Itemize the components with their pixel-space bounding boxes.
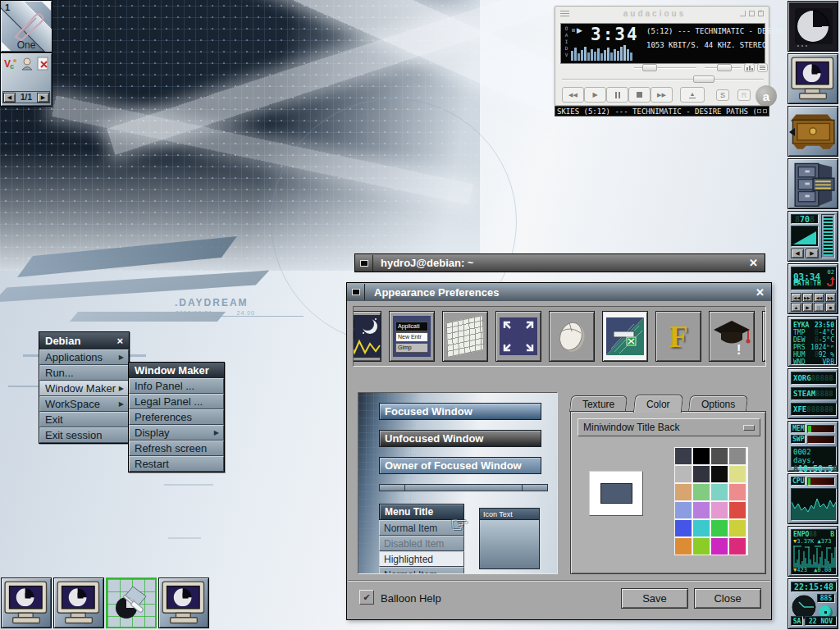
palette-cell[interactable] <box>729 538 746 555</box>
audacious-titlebar[interactable]: audacious × <box>555 7 769 21</box>
palette-cell[interactable] <box>711 538 728 555</box>
music-rew-button[interactable]: ◀◀ <box>814 293 824 302</box>
menu-item-refresh-screen[interactable]: Refresh screen <box>129 441 224 456</box>
current-color-well[interactable] <box>589 471 643 516</box>
terminal-titlebar[interactable]: hydroJ@debian: ~ ✕ <box>355 254 765 272</box>
debian-menu-titlebar[interactable]: Debian × <box>39 332 129 349</box>
balloon-help-checkbox[interactable]: ✔ <box>359 590 374 605</box>
mixer-prev-button[interactable]: ◀ <box>791 249 804 258</box>
miniaturize-icon[interactable] <box>348 284 365 300</box>
menu-item-workspace[interactable]: WorkSpace▶ <box>39 396 129 412</box>
menu-item-restart[interactable]: Restart <box>129 456 224 472</box>
process-xfe[interactable]: XFE888888 <box>791 403 837 416</box>
pager-next-corner[interactable] <box>42 2 51 11</box>
palette-cell[interactable] <box>693 466 710 482</box>
shade-icon[interactable] <box>757 109 761 113</box>
palette-cell[interactable] <box>729 448 746 464</box>
palette-cell[interactable] <box>693 520 710 536</box>
palette-cell[interactable] <box>711 484 728 500</box>
music-stop-button[interactable]: ■ <box>825 303 836 312</box>
preview-menu-item-highlighted[interactable]: Highlighted <box>379 551 464 567</box>
music-play-button[interactable]: ▶ <box>802 303 813 312</box>
close-icon[interactable]: ✕ <box>749 286 771 299</box>
menu-item-display[interactable]: Display▶ <box>129 425 224 441</box>
seek-slider[interactable] <box>562 79 764 80</box>
section-mouse[interactable] <box>549 311 595 362</box>
dock-gnustep[interactable] <box>788 1 838 52</box>
minimize-icon[interactable] <box>740 11 746 16</box>
section-keyboard[interactable] <box>442 311 488 362</box>
process-steam[interactable]: STEAM8888 <box>791 387 837 400</box>
appicon-terminal-1[interactable] <box>1 578 52 628</box>
previous-button[interactable]: ◀◀ <box>562 87 584 103</box>
section-expert[interactable]: ! <box>709 311 755 362</box>
appicon-terminal-3[interactable] <box>158 578 209 628</box>
palette-cell[interactable] <box>711 520 728 536</box>
vcs-app-icon[interactable]: V c <box>4 57 17 71</box>
section-font[interactable]: F <box>655 311 701 362</box>
tab-options[interactable]: Options <box>688 395 748 412</box>
volume-slider[interactable] <box>634 67 696 69</box>
section-window-handling[interactable] <box>353 311 381 362</box>
appicon-wprefs[interactable] <box>106 578 157 628</box>
menu-item-exit-session[interactable]: Exit session <box>39 427 129 443</box>
menu-item-legal-panel[interactable]: Legal Panel ... <box>129 394 224 409</box>
pause-button[interactable] <box>606 87 628 103</box>
section-appearance[interactable] <box>602 311 648 362</box>
close-icon[interactable]: × <box>116 332 129 349</box>
music-first-button[interactable]: |◀◀ <box>791 293 801 302</box>
palette-cell[interactable] <box>711 466 728 482</box>
preview-owner-titlebar[interactable]: Owner of Focused Window <box>379 457 541 474</box>
close-icon[interactable] <box>763 109 767 113</box>
preview-menu-item-disabled[interactable]: Disabled Item <box>379 536 464 551</box>
palette-cell[interactable] <box>729 502 746 518</box>
dock-weather-applet[interactable]: EYKA23:50 TMP8-4°C DEW8-5°C PRS1024ʰᵖ HU… <box>788 316 838 367</box>
preview-resizebar[interactable] <box>379 484 548 491</box>
menu-item-preferences[interactable]: Preferences <box>129 409 224 425</box>
preview-menu-item[interactable]: Normal Item <box>379 567 464 574</box>
palette-cell[interactable] <box>711 448 728 464</box>
section-more[interactable] <box>762 311 766 362</box>
menu-icon[interactable] <box>560 9 569 18</box>
music-eject-button[interactable]: ▲ <box>791 303 801 312</box>
prev-page-button[interactable]: ◀ <box>3 93 16 103</box>
playlist-bar[interactable]: SKIES (5:12) --- TECHNIMATIC - DESIRE PA… <box>555 106 769 116</box>
equalizer-icon[interactable] <box>744 63 755 72</box>
tab-color[interactable]: Color <box>633 395 683 413</box>
section-menus[interactable]: Applicati New Entr Gimp <box>389 311 435 362</box>
menu-item-exit[interactable]: Exit <box>39 412 129 427</box>
prefs-titlebar[interactable]: Appearance Preferences ✕ <box>347 283 771 301</box>
palette-cell[interactable] <box>729 520 746 536</box>
preview-unfocused-titlebar[interactable]: Unfocused Window <box>379 430 541 447</box>
color-target-dropdown[interactable]: Miniwindow Title Back <box>578 418 760 436</box>
user-app-icon[interactable] <box>21 57 34 71</box>
workspace-tile[interactable]: 1 One <box>0 0 52 52</box>
section-workspace[interactable] <box>495 311 541 362</box>
next-page-button[interactable]: ▶ <box>37 93 49 103</box>
palette-cell[interactable] <box>693 502 710 518</box>
dock-file-cabinet[interactable] <box>788 158 838 209</box>
preview-miniwindow[interactable]: Icon Text <box>479 508 540 569</box>
tab-texture[interactable]: Texture <box>569 395 628 412</box>
dock-drawer[interactable] <box>788 106 838 157</box>
music-pause-button[interactable]: || <box>814 303 824 312</box>
clutterbar[interactable]: OAIDV <box>563 25 569 58</box>
stop-button[interactable] <box>628 87 651 103</box>
save-button[interactable]: Save <box>621 588 688 609</box>
shade-icon[interactable] <box>749 11 755 16</box>
palette-cell[interactable] <box>675 466 692 482</box>
song-title[interactable]: (5:12) --- TECHNIMATIC - DESIRE <box>646 27 784 35</box>
next-button[interactable]: ▶▶ <box>651 87 673 103</box>
music-last-button[interactable]: ▶▶| <box>802 293 813 302</box>
document-x-app-icon[interactable] <box>36 57 50 71</box>
palette-cell[interactable] <box>675 484 692 500</box>
palette-cell[interactable] <box>693 484 710 500</box>
close-icon[interactable]: ✕ <box>742 257 765 269</box>
close-icon[interactable]: × <box>758 11 764 16</box>
shuffle-button[interactable]: S <box>716 89 729 101</box>
menu-item-info-panel[interactable]: Info Panel ... <box>129 378 224 394</box>
dock-terminal-app[interactable] <box>788 53 838 104</box>
palette-cell[interactable] <box>729 466 746 482</box>
play-button[interactable]: ▶ <box>584 87 606 103</box>
miniaturize-icon[interactable] <box>356 255 373 272</box>
